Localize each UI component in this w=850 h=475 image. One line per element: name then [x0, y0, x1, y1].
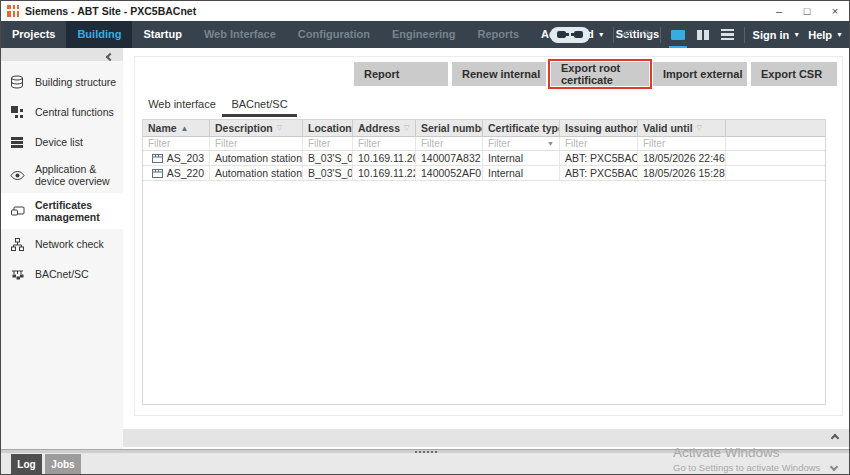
- sidebar-item-device-list[interactable]: Device list: [1, 127, 123, 157]
- menu-configuration: Configuration: [287, 21, 381, 48]
- menu-building[interactable]: Building: [66, 21, 132, 48]
- table-row[interactable]: AS_220 Automation station 220 B_03'S_01 …: [143, 166, 825, 181]
- filter-input-address[interactable]: Filter: [353, 137, 416, 150]
- col-header-location[interactable]: Location▽: [303, 120, 353, 136]
- cell-location: B_03'S_01: [303, 151, 353, 165]
- cell-address: 10.169.11.203: [353, 151, 416, 165]
- table-row[interactable]: AS_203 Automation station 203 B_03'S_01 …: [143, 151, 825, 166]
- log-tab[interactable]: Log: [11, 454, 42, 474]
- minimize-button[interactable]: –: [765, 1, 793, 21]
- col-header-valid-until[interactable]: Valid until▽: [638, 120, 726, 136]
- cell-location: B_03'S_01: [303, 166, 353, 180]
- cell-issuing-authority: ABT: PXC5BACnet: [560, 166, 638, 180]
- sort-ascending-icon: ▲: [181, 124, 189, 133]
- col-header-certificate-type[interactable]: Certificate type▽: [483, 120, 560, 136]
- filter-icon: ▽: [404, 124, 409, 132]
- building-structure-icon: [9, 75, 25, 89]
- certificates-table: Name▲ Description▽ Location▽ Address▽ Se…: [142, 119, 826, 405]
- bottom-panel: Log Jobs: [1, 453, 849, 475]
- cell-name: AS_220: [143, 166, 210, 180]
- sidebar-item-building-structure[interactable]: Building structure: [1, 67, 123, 97]
- filter-input-valid-until[interactable]: Filter: [638, 137, 726, 150]
- title-bar: Siemens - ABT Site - PXC5BACnet – □ ×: [1, 1, 849, 21]
- rows-view-icon[interactable]: [719, 21, 736, 48]
- col-header-description[interactable]: Description▽: [210, 120, 303, 136]
- chevron-down-icon: [830, 463, 838, 471]
- filter-input-serial-number[interactable]: Filter: [416, 137, 483, 150]
- close-button[interactable]: ×: [821, 1, 849, 21]
- cell-description: Automation station 220: [210, 166, 303, 180]
- window-title: Siemens - ABT Site - PXC5BACnet: [25, 5, 196, 17]
- menu-engineering: Engineering: [381, 21, 467, 48]
- sidebar-item-bacnet-sc[interactable]: BACnet/SC: [1, 259, 123, 289]
- central-functions-icon: [9, 105, 25, 119]
- chevron-up-icon[interactable]: [831, 434, 839, 442]
- single-view-icon[interactable]: [669, 21, 687, 48]
- sidebar-item-network-check[interactable]: Network check: [1, 229, 123, 259]
- app-window: Siemens - ABT Site - PXC5BACnet – □ × Pr…: [0, 0, 850, 475]
- col-header-issuing-authority[interactable]: Issuing authority▽: [560, 120, 638, 136]
- tab-bacnet-sc[interactable]: BACnet/SC: [222, 95, 297, 117]
- export-root-certificate-button[interactable]: Export root certificate: [551, 62, 649, 86]
- cell-description: Automation station 203: [210, 151, 303, 165]
- menu-projects[interactable]: Projects: [1, 21, 66, 48]
- filter-input-description[interactable]: Filter: [210, 137, 303, 150]
- cell-address: 10.169.11.220: [353, 166, 416, 180]
- tab-web-interface[interactable]: Web interface: [142, 95, 222, 117]
- sidebar-header: [1, 48, 123, 61]
- device-list-icon: [9, 135, 25, 149]
- cell-valid-until: 18/05/2026 22:46:45: [638, 151, 726, 165]
- sign-in-caret-icon: ▼: [793, 31, 800, 38]
- col-header-serial-number[interactable]: Serial number▽: [416, 120, 483, 136]
- filter-select-certificate-type[interactable]: Filter▼: [483, 137, 560, 150]
- filter-input-name[interactable]: Filter: [143, 137, 210, 150]
- filter-input-issuing-authority[interactable]: Filter: [560, 137, 638, 150]
- col-header-address[interactable]: Address▽: [353, 120, 416, 136]
- filter-input-location[interactable]: Filter: [303, 137, 353, 150]
- cell-empty: [726, 166, 825, 180]
- content-panel: Report Renew internal Export root certif…: [134, 56, 843, 416]
- sidebar-item-application-device-overview[interactable]: Application & device overview: [1, 157, 123, 193]
- menu-reports: Reports: [467, 21, 531, 48]
- sidebar-collapse-button[interactable]: [107, 50, 113, 62]
- redo-icon: ↷: [641, 21, 652, 48]
- col-header-name[interactable]: Name▲: [143, 120, 210, 136]
- undo-icon: ↶: [622, 21, 633, 48]
- toolbar-separator: [744, 27, 745, 43]
- report-button[interactable]: Report: [354, 62, 448, 86]
- table-filter-row: Filter Filter Filter Filter Filter Filte…: [143, 137, 825, 151]
- filter-empty: [726, 137, 825, 150]
- cell-serial-number: 140007A832: [416, 151, 483, 165]
- sidebar: Building structure Central functions Dev…: [1, 48, 123, 449]
- toolbar-separator: [660, 27, 661, 43]
- help-caret-icon: ▼: [836, 31, 843, 38]
- cell-valid-until: 18/05/2026 15:28:40: [638, 166, 726, 180]
- filter-icon: ▽: [277, 124, 282, 132]
- maximize-button[interactable]: □: [793, 1, 821, 21]
- bottom-collapse-bar[interactable]: [123, 429, 850, 447]
- connection-dropdown-caret-icon[interactable]: ▼: [598, 31, 605, 38]
- import-external-button[interactable]: Import external: [653, 62, 747, 86]
- export-csr-button[interactable]: Export CSR: [751, 62, 837, 86]
- col-header-empty: [726, 120, 825, 136]
- eye-icon: [9, 168, 25, 183]
- sidebar-item-central-functions[interactable]: Central functions: [1, 97, 123, 127]
- menu-startup[interactable]: Startup: [132, 21, 193, 48]
- renew-internal-button[interactable]: Renew internal: [452, 62, 546, 86]
- jobs-tab[interactable]: Jobs: [45, 454, 81, 474]
- menu-bar: Projects Building Startup Web Interface …: [1, 21, 849, 48]
- network-check-icon: [9, 237, 25, 252]
- split-view-icon[interactable]: [695, 21, 711, 48]
- toolbar-separator: [613, 27, 614, 43]
- bottom-expand-control[interactable]: [831, 460, 837, 472]
- cell-name: AS_203: [143, 151, 210, 165]
- bacnet-sc-icon: [9, 267, 25, 282]
- automation-station-icon: [152, 169, 163, 178]
- cell-certificate-type: Internal: [483, 166, 560, 180]
- sidebar-item-certificates-management[interactable]: Certificates management: [1, 193, 123, 229]
- connection-toggle-icon[interactable]: [550, 27, 590, 43]
- table-header-row: Name▲ Description▽ Location▽ Address▽ Se…: [143, 120, 825, 137]
- certificate-icon: [9, 204, 25, 219]
- help-menu[interactable]: Help▼: [808, 29, 843, 41]
- sign-in-menu[interactable]: Sign in▼: [753, 29, 801, 41]
